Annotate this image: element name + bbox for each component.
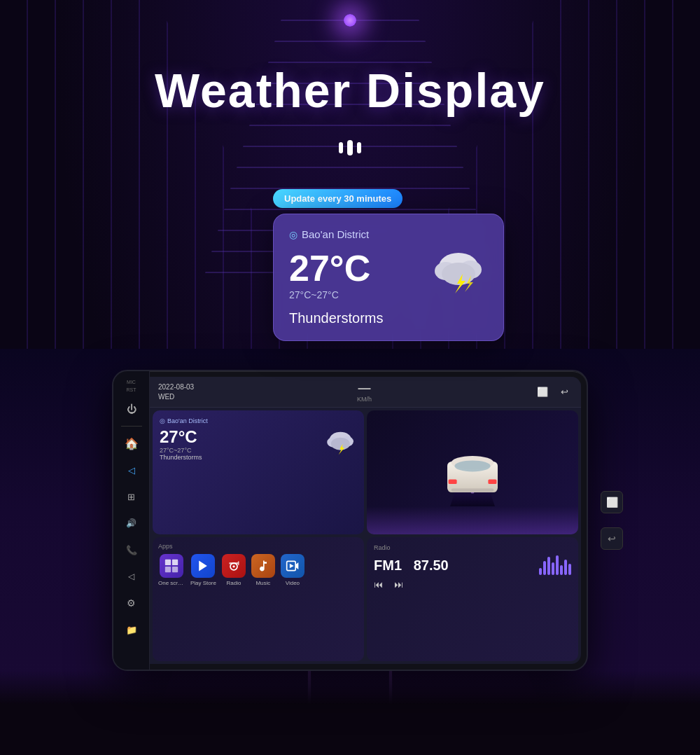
bar-2 <box>543 561 546 575</box>
app-one-screen[interactable]: One screen in... <box>158 554 185 586</box>
settings-icon[interactable]: ⚙ <box>119 590 144 616</box>
bar-6 <box>560 565 563 575</box>
rst-label: RST <box>127 387 136 392</box>
tile-weather-location: ◎ Bao'an District <box>160 417 357 424</box>
radio-header: Radio <box>374 544 571 551</box>
weather-location: ◎ Bao'an District <box>289 228 488 240</box>
app-icon-play-store <box>191 554 215 578</box>
tile-navigation[interactable] <box>367 410 578 534</box>
tile-weather-range: 27°C~27°C <box>160 447 202 454</box>
svg-rect-28 <box>238 561 239 565</box>
datetime-display: 2022-08-03 WED <box>158 382 194 402</box>
volume-icon[interactable]: 🔊 <box>119 511 144 536</box>
bar-8 <box>568 564 571 575</box>
unit-right-buttons: ⬜ ↩ <box>601 491 623 550</box>
svg-rect-19 <box>451 488 494 492</box>
unit-sidebar: MIC RST ⏻ 🏠 ◁ ⊞ 🔊 📞 ◁ ⚙ 📁 <box>113 371 150 670</box>
svg-marker-31 <box>290 564 294 569</box>
bar-4 <box>552 562 554 575</box>
app-label-one-screen: One screen in... <box>158 580 185 586</box>
page-title: Weather Display <box>0 63 700 118</box>
unit-frame: MIC RST ⏻ 🏠 ◁ ⊞ 🔊 📞 ◁ ⚙ 📁 2022-08-03 WED <box>112 370 588 671</box>
tile-weather[interactable]: ◎ Bao'an District 27°C 27°C~27°C Thunder… <box>153 410 364 534</box>
svg-rect-23 <box>172 567 178 572</box>
svg-point-26 <box>232 565 234 567</box>
svg-rect-27 <box>229 562 238 564</box>
svg-rect-17 <box>449 479 457 483</box>
weather-location-text: Bao'an District <box>302 228 369 240</box>
screen-topbar: 2022-08-03 WED — KM/h ⬜ ↩ <box>150 377 581 408</box>
apps-icon[interactable]: ⊞ <box>119 484 144 509</box>
speed-display: — KM/h <box>357 381 372 403</box>
svg-rect-18 <box>488 479 496 483</box>
page-title-area: Weather Display <box>0 63 700 118</box>
back-icon[interactable]: ◁ <box>119 564 144 589</box>
app-label-video: Video <box>286 580 300 586</box>
screen-btn[interactable]: ⬜ <box>601 491 623 513</box>
radio-waveform <box>539 554 571 575</box>
dot-1[interactable] <box>339 142 343 153</box>
tile-weather-icon <box>326 429 357 459</box>
svg-rect-21 <box>172 560 178 565</box>
weather-temperature: 27°C <box>289 250 370 286</box>
screen-icon[interactable]: ⬜ <box>535 385 550 400</box>
app-play-store[interactable]: Play Store <box>190 554 216 586</box>
bar-1 <box>539 568 542 575</box>
tile-weather-desc: Thunderstorms <box>160 454 202 461</box>
app-music[interactable]: Music <box>251 554 275 586</box>
carousel-indicator <box>339 140 361 155</box>
tile-weather-temp: 27°C <box>160 427 202 447</box>
radio-channel: FM1 <box>374 557 402 573</box>
apps-grid: One screen in... Play Store <box>158 554 358 586</box>
tile-radio[interactable]: Radio FM1 87.50 <box>367 537 578 661</box>
app-icon-one-screen <box>160 554 183 578</box>
app-video[interactable]: Video <box>281 554 304 586</box>
radio-next-button[interactable]: ⏭ <box>394 579 403 590</box>
svg-rect-22 <box>165 567 171 572</box>
car-interior-bottom <box>0 671 700 755</box>
svg-marker-24 <box>200 561 208 572</box>
car-head-unit: MIC RST ⏻ 🏠 ◁ ⊞ 🔊 📞 ◁ ⚙ 📁 2022-08-03 WED <box>112 370 588 671</box>
day-text: WED <box>158 392 194 402</box>
sidebar-divider-1 <box>121 426 142 427</box>
update-badge: Update every 30 minutes <box>273 189 402 208</box>
weather-temp-area: 27°C 27°C~27°C <box>289 250 370 300</box>
mic-label: MIC <box>127 380 136 385</box>
app-icon-video <box>281 554 304 578</box>
radio-prev-button[interactable]: ⏮ <box>374 579 383 590</box>
weather-range: 27°C~27°C <box>289 289 370 300</box>
car-rear-svg <box>416 438 528 508</box>
nav-road-overlay <box>367 506 578 534</box>
bar-5 <box>556 555 559 575</box>
app-label-music: Music <box>255 580 270 586</box>
weather-card: ◎ Bao'an District 27°C 27°C~27°C <box>273 214 504 341</box>
app-label-play-store: Play Store <box>190 580 216 586</box>
light-orb <box>344 14 356 27</box>
svg-rect-20 <box>165 560 171 565</box>
date-text: 2022-08-03 <box>158 382 194 392</box>
tile-location-icon: ◎ <box>160 417 165 424</box>
app-icon-music <box>251 554 275 578</box>
weather-description: Thunderstorms <box>289 310 488 326</box>
topbar-right: ⬜ ↩ <box>535 385 573 400</box>
app-radio[interactable]: Radio <box>222 554 246 586</box>
bar-7 <box>564 560 567 575</box>
radio-freq-value: 87.50 <box>414 557 449 573</box>
app-icon-radio <box>222 554 246 578</box>
bar-3 <box>547 557 550 575</box>
dot-3[interactable] <box>357 142 361 153</box>
power-icon[interactable]: ⏻ <box>119 396 144 422</box>
svg-point-16 <box>454 460 490 471</box>
back-btn[interactable]: ↩ <box>601 527 623 550</box>
location-icon: ◎ <box>289 229 298 240</box>
home-icon[interactable]: 🏠 <box>119 431 144 456</box>
dot-2[interactable] <box>347 140 353 155</box>
phone-icon[interactable]: 📞 <box>119 537 144 562</box>
thunderstorm-icon <box>432 247 488 296</box>
weather-popup: Update every 30 minutes ◎ Bao'an Distric… <box>273 189 504 341</box>
nav-icon[interactable]: ◁ <box>119 457 144 483</box>
back-nav-icon[interactable]: ↩ <box>557 385 573 400</box>
files-icon[interactable]: 📁 <box>119 617 144 642</box>
speed-label: KM/h <box>357 396 372 403</box>
tile-apps: Apps One screen in... Play <box>153 537 364 661</box>
